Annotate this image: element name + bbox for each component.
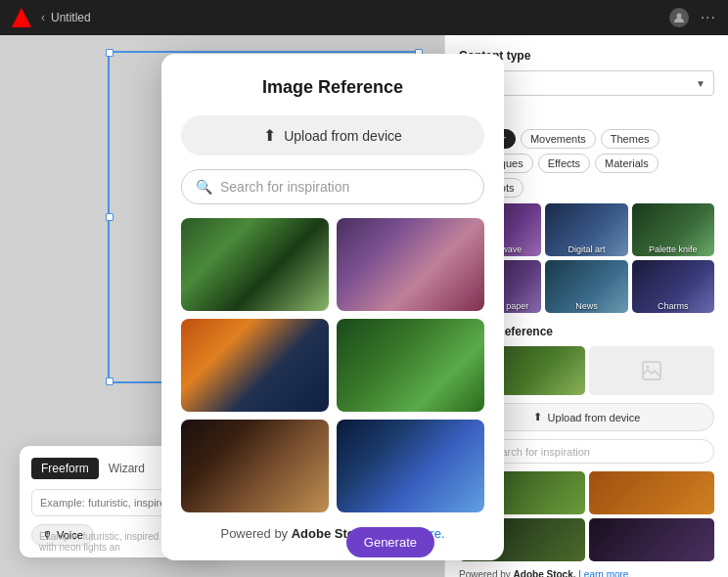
- sidebar-footer-link[interactable]: Learn more.: [578, 569, 631, 577]
- image-reference-modal: Image Reference ⬆ Upload from device 🔍 S…: [161, 54, 504, 560]
- tab-wizard[interactable]: Wizard: [99, 458, 155, 479]
- handle-bottom-left[interactable]: [106, 377, 114, 385]
- search-icon: 🔍: [196, 179, 212, 195]
- inspiration-image-sunset[interactable]: [181, 319, 329, 412]
- style-img-charms-label: Charms: [632, 301, 714, 311]
- document-title: Untitled: [51, 11, 91, 24]
- top-bar-title: ‹ Untitled: [41, 11, 91, 24]
- modal-title: Image Reference: [181, 77, 484, 98]
- handle-mid-left[interactable]: [106, 213, 114, 221]
- style-img-digital-label: Digital art: [545, 244, 627, 254]
- upload-from-device-button[interactable]: ⬆ Upload from device: [181, 115, 484, 155]
- tab-freeform[interactable]: Freeform: [31, 458, 99, 479]
- inspiration-image-cave[interactable]: [181, 420, 329, 512]
- sidebar-small-img-4[interactable]: [589, 518, 715, 561]
- chevron-down-icon: ▼: [696, 78, 705, 89]
- img-ref-cell-empty[interactable]: [589, 346, 715, 395]
- style-img-news-label: News: [545, 301, 627, 311]
- style-tag-materials[interactable]: Materials: [595, 154, 659, 173]
- sidebar-footer-brand: Adobe Stock.: [514, 569, 576, 577]
- sidebar-footer-text: Powered by: [459, 569, 514, 577]
- svg-point-2: [646, 366, 649, 369]
- inspiration-image-neon[interactable]: [337, 420, 484, 512]
- search-bar[interactable]: 🔍 Search for inspiration: [181, 169, 484, 204]
- svg-point-0: [676, 14, 681, 19]
- more-options-icon[interactable]: ···: [701, 9, 716, 26]
- style-tag-themes[interactable]: Themes: [601, 129, 660, 149]
- generate-button[interactable]: Generate: [346, 527, 434, 557]
- style-tag-effects[interactable]: Effects: [538, 154, 590, 173]
- back-arrow-icon[interactable]: ‹: [41, 11, 45, 24]
- upload-label: Upload from device: [284, 128, 402, 144]
- img-ref-placeholder-icon: [589, 346, 715, 395]
- style-img-digital[interactable]: Digital art: [545, 203, 627, 256]
- style-img-news[interactable]: News: [545, 260, 627, 313]
- style-img-palette-label: Palette knife: [632, 244, 714, 254]
- adobe-logo-icon: [12, 8, 31, 27]
- handle-top-left[interactable]: [106, 49, 114, 57]
- sidebar-upload-icon: ⬆: [533, 411, 542, 423]
- inspiration-image-jungle[interactable]: [337, 319, 484, 412]
- modal-footer: Powered by Adobe Stock. Learn more.: [181, 526, 484, 541]
- style-img-palette[interactable]: Palette knife: [632, 203, 714, 256]
- svg-rect-1: [643, 362, 660, 379]
- inspiration-image-castle[interactable]: [337, 218, 484, 311]
- sidebar-upload-label: Upload from device: [548, 412, 641, 423]
- inspiration-image-forest[interactable]: [181, 218, 329, 311]
- style-img-charms[interactable]: Charms: [632, 260, 714, 313]
- top-bar: ‹ Untitled ···: [0, 0, 728, 35]
- upload-icon: ⬆: [263, 126, 276, 145]
- search-placeholder: Search for inspiration: [220, 179, 349, 195]
- footer-text: Powered by: [220, 526, 291, 541]
- style-tag-movements[interactable]: Movements: [521, 129, 596, 149]
- inspiration-image-grid: [181, 218, 484, 512]
- user-avatar[interactable]: [669, 8, 689, 27]
- sidebar-small-img-2[interactable]: [589, 471, 715, 514]
- top-bar-right: ···: [669, 8, 716, 27]
- sidebar-footer: Powered by Adobe Stock. Learn more.: [459, 569, 714, 577]
